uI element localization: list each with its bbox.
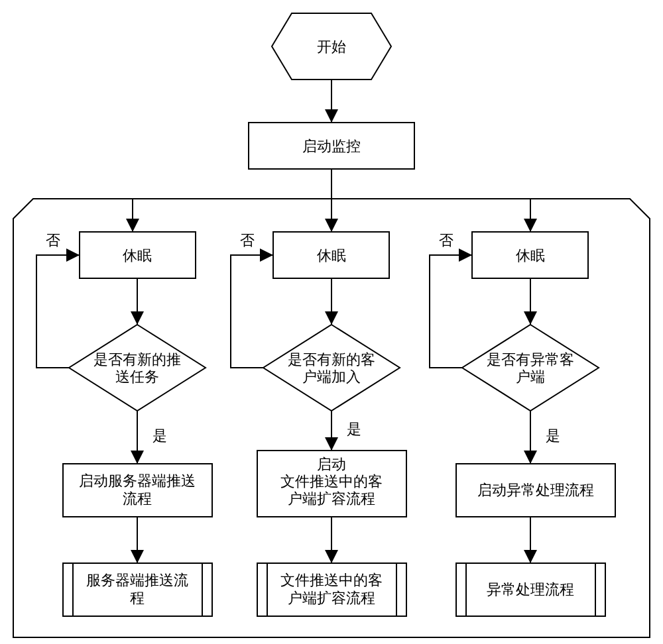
yes-label-3: 是 (546, 427, 560, 444)
decision-3-l2: 户端 (516, 368, 545, 385)
no-label-2: 否 (240, 232, 255, 248)
yes-label-1: 是 (152, 427, 167, 444)
sleep-label-1: 休眠 (123, 247, 152, 264)
no-label-1: 否 (46, 232, 60, 248)
sub-1-l1: 服务器端推送流 (86, 572, 188, 588)
start-label: 开始 (317, 38, 346, 55)
decision-1-l2: 送任务 (115, 368, 159, 385)
sub-2-l1: 文件推送中的客 (280, 572, 383, 588)
decision-1-l1: 是否有新的推 (93, 351, 181, 368)
decision-2-l1: 是否有新的客 (288, 351, 375, 368)
action-2-l3: 户端扩容流程 (288, 490, 375, 507)
sleep-label-2: 休眠 (317, 247, 346, 264)
action-1-l1: 启动服务器端推送 (79, 472, 196, 489)
decision-2-l2: 户端加入 (302, 368, 361, 385)
no-label-3: 否 (439, 232, 453, 248)
action-2-l1: 启动 (317, 456, 346, 472)
action-1-l2: 流程 (123, 490, 152, 507)
sub-1-l2: 程 (130, 590, 145, 606)
action-2-l2: 文件推送中的客 (280, 473, 383, 490)
monitor-label: 启动监控 (302, 138, 361, 154)
sleep-label-3: 休眠 (516, 247, 545, 264)
action-3-l1: 启动异常处理流程 (477, 482, 594, 498)
yes-label-2: 是 (347, 421, 361, 437)
decision-3-l1: 是否有异常客 (487, 351, 574, 368)
sub-3-l1: 异常处理流程 (487, 581, 574, 598)
sub-2-l2: 户端扩容流程 (288, 590, 375, 606)
